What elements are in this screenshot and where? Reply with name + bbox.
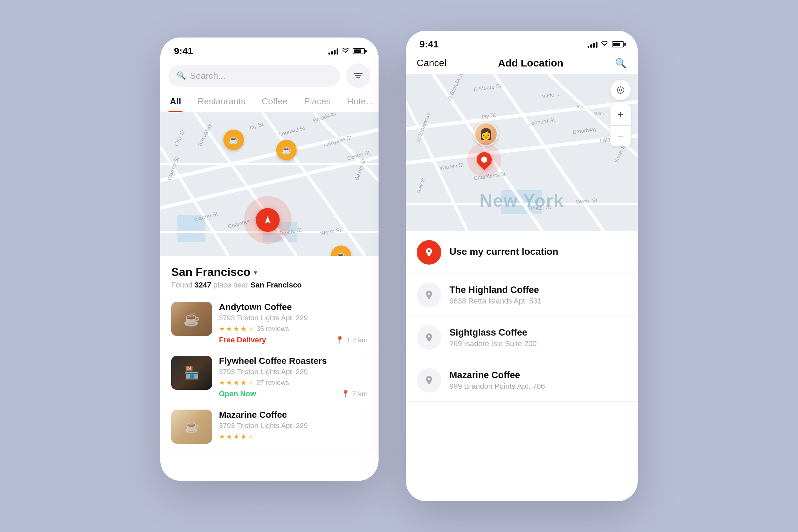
status-time-1: 9:41 bbox=[174, 46, 193, 57]
tab-all[interactable]: All bbox=[168, 93, 182, 112]
p2-nav: Cancel Add Location 🔍 bbox=[406, 54, 638, 74]
distance-value-2: 7 km bbox=[352, 390, 368, 398]
map-controls: + − bbox=[610, 80, 631, 146]
map-area-2[interactable]: N Moore St Varic… Ave… Merc… Jay St Leon… bbox=[406, 74, 638, 231]
place-info-2: Flywheel Coffee Roasters 3793 Triston Li… bbox=[219, 356, 368, 398]
place-stars-3: ★★★★★ bbox=[219, 432, 254, 441]
location-item-3[interactable]: Mazarine Coffee 999 Brandon Points Apt. … bbox=[406, 359, 638, 402]
tab-coffee[interactable]: Coffee bbox=[260, 93, 289, 112]
place-meta-3: ★★★★★ bbox=[219, 432, 368, 441]
search-icon: 🔍 bbox=[177, 71, 186, 80]
current-location-text: Use my current location bbox=[449, 246, 558, 258]
current-location-icon-wrap bbox=[417, 240, 441, 265]
current-location-item[interactable]: Use my current location bbox=[406, 231, 638, 274]
zoom-in-button[interactable]: + bbox=[610, 104, 631, 125]
found-city: San Francisco bbox=[250, 281, 301, 289]
tab-places[interactable]: Places bbox=[303, 93, 332, 112]
battery-icon-2 bbox=[612, 41, 624, 47]
location-pin-map2 bbox=[474, 149, 494, 170]
page-title: Add Location bbox=[498, 57, 563, 69]
city-dropdown-arrow[interactable]: ▾ bbox=[254, 268, 257, 277]
tab-hotels[interactable]: Hote… bbox=[346, 93, 376, 112]
place-name-1: Andytown Coffee bbox=[219, 302, 368, 312]
place-reviews-2: 27 reviews bbox=[256, 379, 289, 387]
svg-text:Merc…: Merc… bbox=[593, 111, 609, 116]
tabs-row: All Restaurants Coffee Places Hote… bbox=[160, 93, 379, 113]
loc-text-1: The Highland Coffee 9638 Retta Islands A… bbox=[449, 285, 542, 306]
place-address-2: 3793 Triston Lights Apt. 229 bbox=[219, 368, 368, 376]
loc-icon-2 bbox=[417, 325, 441, 350]
place-footer-2: Open Now 📍 7 km bbox=[219, 389, 368, 398]
status-time-2: 9:41 bbox=[419, 39, 439, 50]
coffee-marker-1[interactable]: ☕ bbox=[276, 140, 297, 160]
loc-text-2: Sightglass Coffee 769 Isadore Isle Suite… bbox=[449, 327, 537, 348]
battery-icon bbox=[353, 48, 365, 54]
coffee-marker-2[interactable]: ☕ bbox=[223, 130, 244, 150]
place-stars-1: ★★★★★ bbox=[219, 325, 254, 333]
place-image-3 bbox=[171, 410, 212, 444]
signal-icon-2 bbox=[588, 41, 597, 48]
status-bar-1: 9:41 bbox=[160, 38, 379, 61]
place-distance-1: 📍 1.2 km bbox=[335, 336, 368, 344]
place-item-2[interactable]: Flywheel Coffee Roasters 3793 Triston Li… bbox=[160, 350, 379, 404]
svg-point-53 bbox=[617, 87, 624, 93]
loc-address-3: 999 Brandon Points Apt. 706 bbox=[449, 382, 545, 391]
location-list: Use my current location The Highland Cof… bbox=[406, 231, 638, 402]
found-count: 3247 bbox=[195, 281, 211, 289]
loc-text-3: Mazarine Coffee 999 Brandon Points Apt. … bbox=[449, 370, 545, 391]
current-location-label: Use my current location bbox=[449, 246, 558, 257]
phone-1: 9:41 🔍 Search... bbox=[160, 38, 379, 481]
city-name: San Francisco bbox=[171, 265, 250, 279]
wifi-icon bbox=[342, 48, 349, 55]
target-location-button[interactable] bbox=[610, 80, 631, 100]
loc-icon-3 bbox=[417, 368, 441, 393]
search-input-wrap[interactable]: 🔍 Search... bbox=[168, 65, 340, 87]
map-city-label: New York bbox=[479, 190, 564, 211]
place-name-3: Mazarine Coffee bbox=[219, 410, 368, 420]
search-placeholder: Search... bbox=[190, 71, 225, 81]
place-item-3[interactable]: Mazarine Coffee 3793 Triston Lights Apt.… bbox=[160, 404, 379, 449]
loc-address-2: 769 Isadore Isle Suite 200 bbox=[449, 339, 537, 348]
place-footer-1: Free Delivery 📍 1.2 km bbox=[219, 336, 368, 344]
distance-icon-1: 📍 bbox=[335, 336, 344, 344]
wifi-icon-2 bbox=[601, 41, 608, 48]
tab-restaurants[interactable]: Restaurants bbox=[196, 93, 247, 112]
scene: 9:41 🔍 Search... bbox=[0, 0, 798, 532]
loc-name-2: Sightglass Coffee bbox=[449, 327, 537, 338]
status-bar-2: 9:41 bbox=[406, 31, 638, 54]
content-area-1: San Francisco ▾ Found 3247 place near Sa… bbox=[160, 256, 379, 449]
location-item-1[interactable]: The Highland Coffee 9638 Retta Islands A… bbox=[406, 274, 638, 316]
svg-text:Ave…: Ave… bbox=[576, 104, 589, 109]
location-header: San Francisco ▾ bbox=[160, 256, 379, 281]
svg-point-52 bbox=[620, 89, 622, 91]
search-icon-2[interactable]: 🔍 bbox=[615, 58, 627, 69]
place-badge-1: Free Delivery bbox=[219, 336, 266, 344]
status-icons-2 bbox=[588, 41, 624, 48]
place-badge-2: Open Now bbox=[219, 389, 256, 398]
place-stars-2: ★★★★★ bbox=[219, 379, 254, 387]
place-distance-2: 📍 7 km bbox=[341, 390, 368, 398]
signal-icon bbox=[328, 48, 338, 55]
filter-button[interactable] bbox=[346, 63, 370, 88]
search-bar: 🔍 Search... bbox=[160, 61, 379, 93]
place-item-1[interactable]: Andytown Coffee 3793 Triston Lights Apt.… bbox=[160, 296, 379, 350]
user-location-pin bbox=[256, 208, 280, 232]
distance-icon-2: 📍 bbox=[341, 390, 350, 398]
place-address-1: 3793 Triston Lights Apt. 229 bbox=[219, 314, 368, 322]
loc-name-1: The Highland Coffee bbox=[449, 285, 542, 295]
place-image-2 bbox=[171, 356, 212, 390]
place-name-2: Flywheel Coffee Roasters bbox=[219, 356, 368, 366]
cancel-button[interactable]: Cancel bbox=[417, 58, 446, 69]
phone-2: 9:41 Cancel Add Location 🔍 bbox=[406, 31, 638, 501]
loc-icon-1 bbox=[417, 283, 441, 307]
location-item-2[interactable]: Sightglass Coffee 769 Isadore Isle Suite… bbox=[406, 316, 638, 359]
place-info-3: Mazarine Coffee 3793 Triston Lights Apt.… bbox=[219, 410, 368, 443]
place-image-1 bbox=[171, 302, 212, 336]
place-meta-1: ★★★★★ 35 reviews bbox=[219, 325, 368, 333]
map-area-1[interactable]: Jay St Leonard St Lafayette St Centre St… bbox=[160, 113, 379, 256]
loc-address-1: 9638 Retta Islands Apt. 531 bbox=[449, 297, 542, 306]
place-reviews-1: 35 reviews bbox=[256, 325, 289, 333]
zoom-out-button[interactable]: − bbox=[610, 125, 631, 146]
found-text: Found 3247 place near San Francisco bbox=[160, 281, 379, 296]
place-address-3: 3793 Triston Lights Apt. 229 bbox=[219, 422, 368, 430]
